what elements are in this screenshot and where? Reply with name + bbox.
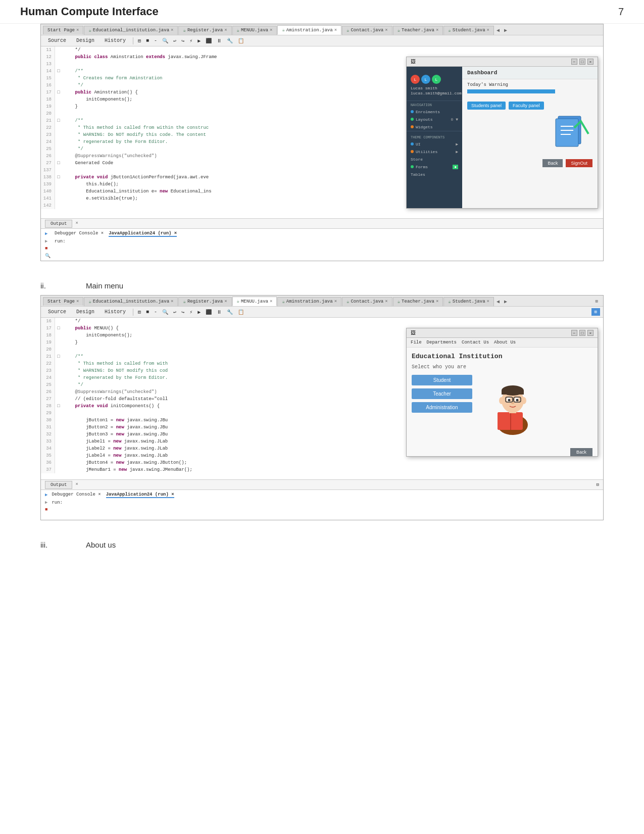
close-button-2[interactable]: × <box>587 330 593 336</box>
toolbar-history-tab[interactable]: History <box>101 37 130 44</box>
ide-tab-aminstration[interactable]: ☕ Aminstration.java × <box>277 25 341 35</box>
nav-item-ui[interactable]: UI ▶ <box>407 140 462 148</box>
tab-close-icon[interactable]: × <box>270 28 272 33</box>
teacher-button[interactable]: Teacher <box>412 388 472 399</box>
tab-nav-right-2[interactable]: ▶ <box>502 298 509 306</box>
toolbar-btn-6[interactable]: ↪ <box>180 37 186 44</box>
administration-button[interactable]: Administration <box>412 402 472 413</box>
ide-tab-startpage[interactable]: Start Page × <box>43 26 83 34</box>
toolbar2-design-tab[interactable]: Design <box>72 308 98 316</box>
toolbar-btn-11[interactable]: 🔧 <box>225 37 234 44</box>
output-tab-output-2[interactable]: Output <box>45 481 72 489</box>
tab-close-icon[interactable]: × <box>436 299 438 304</box>
javaapp-tab-2[interactable]: JavaApplication24 (run) × <box>106 492 174 498</box>
output-tab-x[interactable]: × <box>72 220 81 228</box>
minimize-button-2[interactable]: − <box>571 330 577 336</box>
tab-close-icon[interactable]: × <box>385 28 387 33</box>
ide-tab-educational[interactable]: ☕ Educational_institution.java × <box>84 26 178 35</box>
minimize-button[interactable]: − <box>571 59 577 65</box>
output-dock-icon[interactable]: ⊟ <box>597 482 599 487</box>
tab-nav-left-2[interactable]: ◀ <box>494 298 502 306</box>
toolbar-btn-9[interactable]: ⬛ <box>204 37 213 44</box>
tab-nav-right[interactable]: ▶ <box>502 26 509 34</box>
nav-item-store[interactable]: Store <box>407 156 462 163</box>
ide-tab2-contact[interactable]: ☕ Contact.java × <box>342 297 392 306</box>
toolbar-btn-12[interactable]: 📋 <box>236 37 245 44</box>
tab-close-icon[interactable]: × <box>436 28 438 33</box>
toolbar2-btn-2[interactable]: ■ <box>144 309 151 315</box>
tab-close-icon[interactable]: × <box>385 299 387 304</box>
tab-close-icon[interactable]: × <box>487 299 489 304</box>
signout-button[interactable]: SignOut <box>566 159 592 167</box>
nav-item-forms[interactable]: Forms ● <box>407 163 462 171</box>
toolbar-btn-3[interactable]: - <box>153 37 159 44</box>
toolbar2-extra-btn[interactable]: ⊞ <box>591 308 600 316</box>
tab-close-icon[interactable]: × <box>76 28 79 33</box>
ide-tab2-teacher[interactable]: ☕ Teacher.java × <box>393 297 443 306</box>
toolbar2-btn-8[interactable]: ▶ <box>196 309 202 316</box>
toolbar2-source-tab[interactable]: Source <box>44 308 70 316</box>
student-button[interactable]: Student <box>412 375 472 385</box>
menu-departments[interactable]: Departments <box>427 340 457 345</box>
tab-close-icon[interactable]: × <box>334 299 337 304</box>
toolbar2-btn-1[interactable]: ⊞ <box>136 309 142 316</box>
toolbar-source-tab[interactable]: Source <box>44 37 70 44</box>
nav-item-layouts[interactable]: Layouts 0 ▼ <box>407 116 462 123</box>
toolbar2-history-tab[interactable]: History <box>101 308 130 316</box>
toolbar2-btn-5[interactable]: ↩ <box>172 309 178 316</box>
maximize-button[interactable]: □ <box>579 59 585 65</box>
tab-close-icon[interactable]: × <box>224 299 227 304</box>
toolbar-btn-1[interactable]: ⊞ <box>136 37 142 44</box>
tab-close-icon[interactable]: × <box>224 28 227 33</box>
close-button[interactable]: × <box>587 59 593 65</box>
ide-tab-register[interactable]: ☕ Register.java × <box>178 26 231 35</box>
toolbar-btn-8[interactable]: ▶ <box>196 37 202 44</box>
nav-item-tables[interactable]: Tables <box>407 171 462 178</box>
menu-back-button[interactable]: Back <box>570 448 592 456</box>
tab-close-icon[interactable]: × <box>171 299 173 304</box>
toolbar-btn-5[interactable]: ↩ <box>172 37 178 44</box>
toolbar-design-tab[interactable]: Design <box>72 37 98 44</box>
tab-extra-btn[interactable]: ⊞ <box>592 298 601 305</box>
ide-tab2-aminstration[interactable]: ☕ Aminstration.java × <box>277 297 341 306</box>
tab-close-icon[interactable]: × <box>171 28 173 33</box>
toolbar2-btn-3[interactable]: - <box>153 309 159 315</box>
tab-close-icon[interactable]: × <box>270 299 272 304</box>
menu-about[interactable]: About Us <box>494 340 516 345</box>
javaapp-tab[interactable]: JavaApplication24 (run) × <box>109 231 177 237</box>
toolbar-btn-4[interactable]: 🔍 <box>161 37 170 44</box>
debugger-console-tab-2[interactable]: Debugger Console × <box>52 492 101 498</box>
tab-close-icon[interactable]: × <box>76 299 79 304</box>
menu-file[interactable]: File <box>411 340 422 345</box>
toolbar2-btn-12[interactable]: 📋 <box>236 309 245 316</box>
nav-item-widgets[interactable]: Widgets <box>407 123 462 131</box>
output-tab-output[interactable]: Output <box>45 220 72 228</box>
toolbar2-btn-6[interactable]: ↪ <box>180 309 186 316</box>
faculty-panel-button[interactable]: Faculty panel <box>509 102 544 110</box>
tab-nav-left[interactable]: ◀ <box>494 26 502 34</box>
toolbar2-btn-11[interactable]: 🔧 <box>225 309 234 316</box>
toolbar-btn-10[interactable]: ⏸ <box>215 37 223 44</box>
ide-tab-teacher[interactable]: ☕ Teacher.java × <box>393 26 443 35</box>
students-panel-button[interactable]: Students panel <box>467 102 506 110</box>
ide-tab2-register[interactable]: ☕ Register.java × <box>178 297 231 306</box>
maximize-button-2[interactable]: □ <box>579 330 585 336</box>
output-tab-x-2[interactable]: × <box>72 481 81 489</box>
ide-tab-student[interactable]: ☕ Student.java × <box>443 26 494 35</box>
toolbar2-btn-9[interactable]: ⬛ <box>204 309 213 316</box>
toolbar-btn-2[interactable]: ■ <box>144 37 151 44</box>
ide-tab2-educational[interactable]: ☕ Educational_institution.java × <box>84 297 178 306</box>
ide-tab-contact[interactable]: ☕ Contact.java × <box>342 26 392 35</box>
toolbar2-btn-4[interactable]: 🔍 <box>161 309 170 316</box>
menu-contact[interactable]: Contact Us <box>462 340 489 345</box>
tab-close-icon[interactable]: × <box>487 28 489 33</box>
toolbar2-btn-7[interactable]: ⚡ <box>188 309 194 316</box>
nav-item-utilities[interactable]: Utilities ▶ <box>407 148 462 156</box>
debugger-console-tab[interactable]: Debugger Console × <box>55 231 104 237</box>
ide-tab2-student[interactable]: ☕ Student.java × <box>443 297 494 306</box>
ide-tab2-menuu[interactable]: ☕ MENUU.java × <box>232 297 277 306</box>
back-button[interactable]: Back <box>542 159 563 167</box>
toolbar-btn-7[interactable]: ⚡ <box>188 37 194 44</box>
nav-item-enrolments[interactable]: Enrolments <box>407 108 462 116</box>
ide-tab2-startpage[interactable]: Start Page × <box>43 297 83 306</box>
